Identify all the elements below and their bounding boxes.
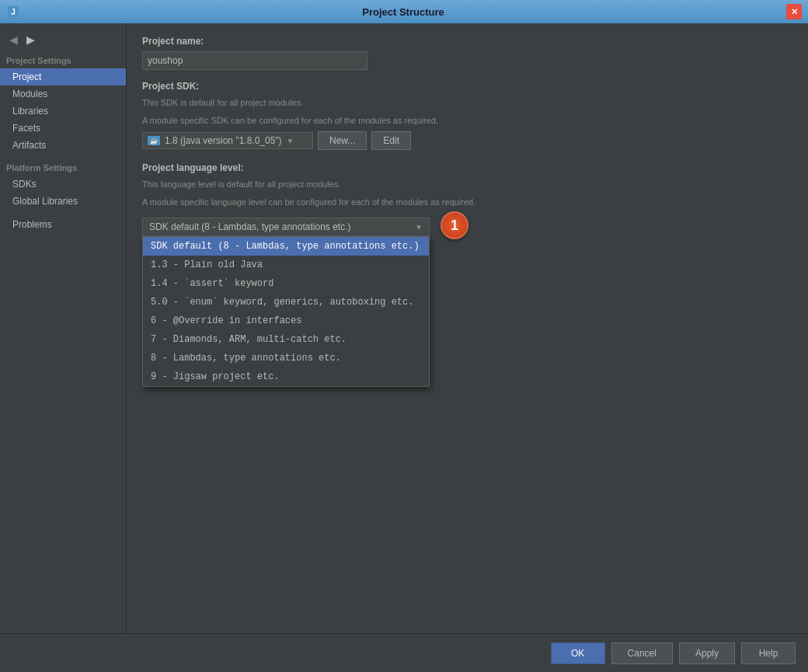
nav-forward-button[interactable]: ▶ <box>23 33 37 47</box>
sidebar-item-global-libraries[interactable]: Global Libraries <box>0 193 126 210</box>
dropdown-option-7[interactable]: 7 - Diamonds, ARM, multi-catch etc. <box>143 330 429 349</box>
close-button[interactable]: ✕ <box>786 4 802 19</box>
dropdown-option-sdk-default[interactable]: SDK default (8 - Lambdas, type annotatio… <box>143 237 429 256</box>
sdk-desc-1: This SDK is default for all project modu… <box>142 96 792 110</box>
lang-level-label: Project language level: <box>142 162 792 173</box>
lang-level-selected: SDK default (8 - Lambdas, type annotatio… <box>149 221 350 232</box>
dropdown-option-1-4[interactable]: 1.4 - `assert` keyword <box>143 274 429 293</box>
lang-level-dropdown[interactable]: SDK default (8 - Lambdas, type annotatio… <box>142 218 430 236</box>
edit-button[interactable]: Edit <box>371 131 411 150</box>
app-icon: J <box>6 5 20 19</box>
sidebar-item-project[interactable]: Project <box>0 68 126 85</box>
sidebar-item-artifacts[interactable]: Artifacts <box>0 137 126 154</box>
nav-back-button[interactable]: ◀ <box>6 33 20 47</box>
sidebar-item-libraries[interactable]: Libraries <box>0 103 126 120</box>
sdk-selector[interactable]: ☕ 1.8 (java version "1.8.0_05") ▼ <box>142 132 313 149</box>
sdk-section: Project SDK: This SDK is default for all… <box>142 81 792 150</box>
lang-level-dropdown-wrapper: SDK default (8 - Lambdas, type annotatio… <box>142 218 430 236</box>
sidebar-item-modules[interactable]: Modules <box>0 85 126 103</box>
new-button[interactable]: New... <box>318 131 367 150</box>
project-name-input[interactable] <box>142 51 367 70</box>
cancel-button[interactable]: Cancel <box>611 642 673 664</box>
sidebar-item-sdks[interactable]: SDKs <box>0 176 126 193</box>
nav-divider <box>0 154 126 160</box>
help-button[interactable]: Help <box>741 642 796 664</box>
sdk-value: 1.8 (java version "1.8.0_05") <box>165 135 282 146</box>
main-container: ◀ ▶ Project Settings Project Modules Lib… <box>0 23 808 633</box>
apply-button[interactable]: Apply <box>679 642 735 664</box>
title-bar: J Project Structure ✕ <box>0 0 808 23</box>
sidebar-item-problems[interactable]: Problems <box>0 216 126 233</box>
dropdown-option-1-3[interactable]: 1.3 - Plain old Java <box>143 256 429 274</box>
dialog-title: Project Structure <box>20 6 786 18</box>
dropdown-option-8[interactable]: 8 - Lambdas, type annotations etc. <box>143 349 429 367</box>
platform-settings-header: Platform Settings <box>0 160 126 176</box>
lang-level-desc-2: A module specific language level can be … <box>142 196 792 209</box>
sidebar: ◀ ▶ Project Settings Project Modules Lib… <box>0 23 127 633</box>
dropdown-option-5-0[interactable]: 5.0 - `enum` keyword, generics, autoboxi… <box>143 293 429 312</box>
sdk-dropdown-arrow-icon: ▼ <box>287 137 294 145</box>
dropdown-option-9[interactable]: 9 - Jigsaw project etc. <box>143 367 429 386</box>
nav-controls: ◀ ▶ <box>0 30 126 53</box>
sidebar-item-facets[interactable]: Facets <box>0 120 126 137</box>
step-badge: 1 <box>441 211 468 239</box>
lang-level-section: Project language level: This language le… <box>142 162 792 236</box>
sdk-label: Project SDK: <box>142 81 792 92</box>
sdk-desc-2: A module specific SDK can be configured … <box>142 114 792 127</box>
project-settings-header: Project Settings <box>0 53 126 68</box>
sdk-row: ☕ 1.8 (java version "1.8.0_05") ▼ New...… <box>142 131 792 150</box>
dropdown-arrow-icon: ▼ <box>415 223 423 232</box>
dropdown-option-6[interactable]: 6 - @Override in interfaces <box>143 312 429 330</box>
svg-text:J: J <box>11 8 16 16</box>
lang-level-desc-1: This language level is default for all p… <box>142 178 792 191</box>
content-area: Project name: Project SDK: This SDK is d… <box>127 23 808 633</box>
bottom-bar: OK Cancel Apply Help <box>0 633 808 672</box>
ok-button[interactable]: OK <box>551 642 605 664</box>
sdk-icon: ☕ <box>148 136 160 145</box>
nav-divider-2 <box>0 210 126 216</box>
lang-level-dropdown-menu: SDK default (8 - Lambdas, type annotatio… <box>142 236 430 387</box>
project-name-label: Project name: <box>142 36 792 47</box>
